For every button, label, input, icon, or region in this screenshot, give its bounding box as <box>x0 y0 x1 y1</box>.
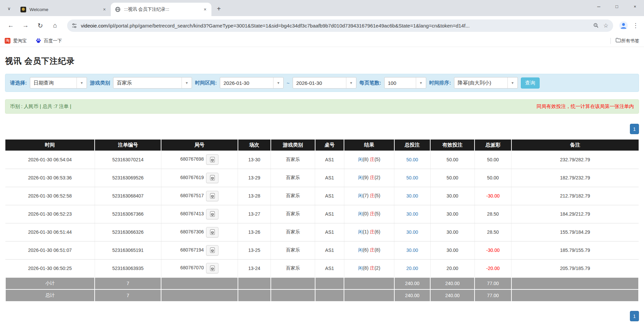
page-content: 视讯 会员下注纪录 请选择: 日期查询 ▾ 游戏类别 百家乐 ▾ 时间区间: 2… <box>0 56 644 321</box>
video-replay-button[interactable] <box>206 154 218 165</box>
game-type-select[interactable]: 百家乐 ▾ <box>113 77 192 89</box>
close-tab-icon[interactable]: × <box>202 6 208 12</box>
cell-payout: -30.00 <box>475 241 511 259</box>
cell-payout: 50.00 <box>475 169 511 187</box>
video-replay-button[interactable] <box>206 191 218 201</box>
folder-icon <box>615 38 621 44</box>
filter-bar: 请选择: 日期查询 ▾ 游戏类别 百家乐 ▾ 时间区间: 2026-01-30 … <box>5 74 639 92</box>
cell-round: 680767306 <box>161 223 238 241</box>
page-size-select[interactable]: 100 ▾ <box>384 77 426 89</box>
tab-bet-record[interactable]: :::视讯 会员下注纪录::: × <box>111 3 211 16</box>
table-row: 2026-01-30 06:51:44 523163066326 6807673… <box>5 223 639 241</box>
cell-time: 2026-01-30 06:51:07 <box>5 241 95 259</box>
site-info-icon[interactable] <box>72 23 77 28</box>
reload-button[interactable]: ↻ <box>34 19 46 32</box>
round-id: 680767194 <box>180 247 204 253</box>
cell-total-bet[interactable]: 50.00 <box>394 151 431 169</box>
table-row: 2026-01-30 06:52:23 523163067366 6807674… <box>5 205 639 223</box>
query-button[interactable]: 查询 <box>521 77 540 89</box>
close-tab-icon[interactable]: × <box>101 6 107 12</box>
video-replay-button[interactable] <box>206 209 218 219</box>
cell-result: 闲(8) 庄(5) <box>344 151 394 169</box>
page-1-button[interactable]: 1 <box>630 311 639 321</box>
cell-total-bet[interactable]: 30.00 <box>394 223 431 241</box>
home-button[interactable]: ⌂ <box>49 19 61 32</box>
close-window-button[interactable]: × <box>626 0 644 13</box>
cell-valid-bet: 30.00 <box>430 241 475 259</box>
zoom-icon[interactable] <box>593 23 599 28</box>
cell-game: 百家乐 <box>271 187 315 205</box>
chevron-down-icon: ▾ <box>346 77 356 88</box>
video-replay-button[interactable] <box>206 263 218 273</box>
profile-avatar-icon[interactable] <box>618 20 629 31</box>
divider <box>610 38 611 44</box>
page-1-button[interactable]: 1 <box>630 124 639 134</box>
back-button[interactable]: ← <box>5 19 17 32</box>
all-bookmarks[interactable]: 所有书签 <box>610 38 639 44</box>
tab-title: Welcome <box>30 7 99 12</box>
subtotal-total-bet: 240.00 <box>394 277 431 289</box>
window-controls: ─ □ × <box>590 0 644 13</box>
total-count: 7 <box>95 289 161 302</box>
cell-result: 闲(0) 庄(5) <box>344 205 394 223</box>
cell-valid-bet: 30.00 <box>430 223 475 241</box>
address-bar[interactable]: videoie.com/ipl/portal.php/game/betrecor… <box>67 19 613 32</box>
subtotal-row: 小计 7 240.00 240.00 77.00 <box>5 277 639 289</box>
table-header: 时间 注单编号 局号 场次 游戏类别 桌号 结果 总投注 有效投注 总派彩 备注 <box>5 140 639 151</box>
cell-note: 232.79/282.79 <box>511 151 639 169</box>
chevron-down-icon: ▾ <box>507 77 517 88</box>
cell-payout: 28.50 <box>475 223 511 241</box>
maximize-button[interactable]: □ <box>608 0 626 13</box>
minimize-button[interactable]: ─ <box>590 0 608 13</box>
subtotal-payout: 77.00 <box>475 277 511 289</box>
cell-total-bet[interactable]: 30.00 <box>394 205 431 223</box>
cell-session: 13-28 <box>238 187 271 205</box>
welcome-favicon-icon <box>20 6 26 12</box>
browser-toolbar: ← → ↻ ⌂ videoie.com/ipl/portal.php/game/… <box>0 16 644 35</box>
cell-time: 2026-01-30 06:53:36 <box>5 169 95 187</box>
cell-round: 680767517 <box>161 187 238 205</box>
video-replay-button[interactable] <box>206 173 218 183</box>
cell-result: 闲(6) 庄(8) <box>344 241 394 259</box>
round-id: 680767517 <box>180 193 204 198</box>
cell-note: 155.79/184.29 <box>511 223 639 241</box>
cell-note: 182.79/232.79 <box>511 169 639 187</box>
cell-result: 闲(1) 庄(6) <box>344 223 394 241</box>
tab-search-button[interactable]: ∨ <box>4 3 14 13</box>
date-from-select[interactable]: 2026-01-30 ▾ <box>220 77 284 89</box>
cell-total-bet[interactable]: 20.00 <box>394 259 431 277</box>
cell-game: 百家乐 <box>271 169 315 187</box>
video-replay-button[interactable] <box>206 227 218 237</box>
new-tab-button[interactable]: + <box>214 4 224 13</box>
cell-note: 205.79/185.79 <box>511 259 639 277</box>
tab-welcome[interactable]: Welcome × <box>16 3 111 16</box>
tab-title: :::视讯 会员下注纪录::: <box>124 6 199 12</box>
col-session: 场次 <box>238 140 271 151</box>
video-replay-button[interactable] <box>206 245 218 256</box>
cell-total-bet[interactable]: 30.00 <box>394 241 431 259</box>
cell-note: 184.29/212.79 <box>511 205 639 223</box>
sort-select[interactable]: 降幂(由大到小) ▾ <box>454 77 518 89</box>
cell-time: 2026-01-30 06:52:58 <box>5 187 95 205</box>
total-total-bet: 240.00 <box>394 289 431 302</box>
cell-result: 闲(7) 庄(5) <box>344 187 394 205</box>
total-valid-bet: 240.00 <box>430 289 475 302</box>
cell-total-bet[interactable]: 30.00 <box>394 187 431 205</box>
table-row: 2026-01-30 06:54:04 523163070214 6807676… <box>5 151 639 169</box>
browser-menu-icon[interactable]: ⋮ <box>631 20 641 31</box>
forward-button[interactable]: → <box>19 19 32 32</box>
chevron-down-icon: ▾ <box>182 77 192 88</box>
bookmark-baidu[interactable]: 百度一下 <box>36 38 62 44</box>
date-to-select[interactable]: 2026-01-30 ▾ <box>293 77 356 89</box>
subtotal-label: 小计 <box>5 277 95 289</box>
col-bet-id: 注单编号 <box>95 140 161 151</box>
bookmark-star-icon[interactable]: ☆ <box>603 22 608 29</box>
col-result: 结果 <box>344 140 394 151</box>
cell-session: 13-24 <box>238 259 271 277</box>
bookmark-taobao[interactable]: 淘 爱淘宝 <box>5 38 27 44</box>
date-range-label: 时间区间: <box>195 80 217 86</box>
query-type-select[interactable]: 日期查询 ▾ <box>30 77 87 89</box>
cell-session: 13-29 <box>238 169 271 187</box>
chevron-down-icon: ∨ <box>7 6 11 11</box>
cell-total-bet[interactable]: 50.00 <box>394 169 431 187</box>
